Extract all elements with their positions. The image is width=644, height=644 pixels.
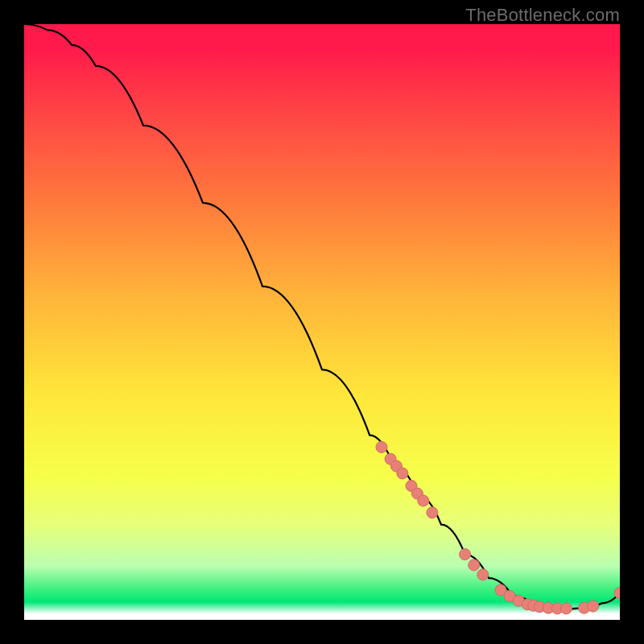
data-markers (376, 441, 620, 614)
plot-area (24, 24, 620, 620)
data-point (588, 601, 599, 612)
curve-layer (24, 24, 620, 620)
data-point (614, 588, 620, 599)
data-point (522, 599, 533, 610)
data-point (397, 468, 408, 479)
attribution-label: TheBottleneck.com (465, 5, 620, 26)
data-point (528, 600, 539, 611)
data-point (534, 601, 545, 613)
data-point (504, 590, 515, 601)
data-point (469, 559, 480, 571)
data-point (385, 453, 396, 464)
data-point (406, 481, 417, 492)
data-point (460, 549, 471, 560)
data-point (427, 507, 438, 518)
data-point (560, 603, 572, 614)
data-point (551, 603, 563, 614)
data-point (579, 602, 590, 613)
data-point (543, 602, 554, 613)
data-point (513, 595, 524, 606)
data-point (391, 460, 402, 472)
data-point (376, 441, 387, 452)
data-point (418, 495, 429, 506)
chart-container: TheBottleneck.com (0, 0, 644, 644)
data-point (411, 488, 423, 499)
data-point (477, 569, 489, 580)
data-point (495, 584, 506, 596)
bottleneck-curve (24, 24, 620, 609)
